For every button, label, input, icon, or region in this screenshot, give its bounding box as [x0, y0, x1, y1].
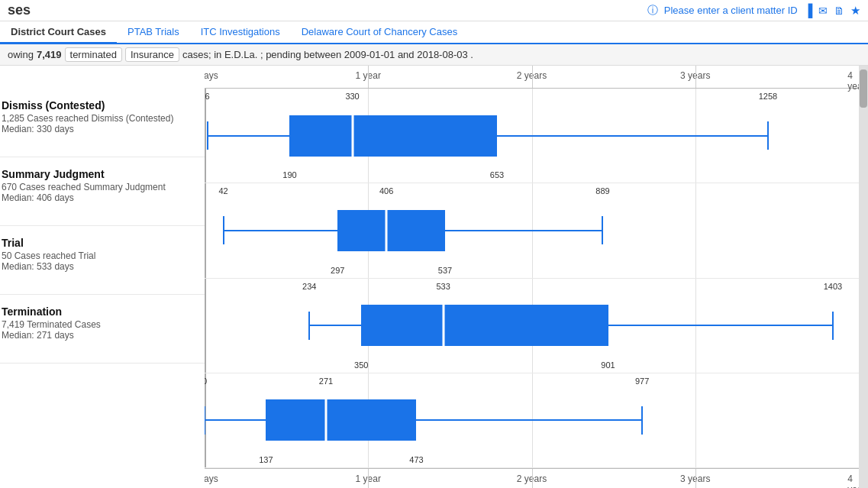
x-axis-top: 0 days1 year2 years3 years4 years	[205, 66, 859, 89]
bar-chart-icon[interactable]: ▐	[804, 4, 812, 18]
label-q3-summary: 537	[438, 266, 452, 275]
tab-delaware[interactable]: Delaware Court of Chancery Cases	[291, 21, 468, 43]
row-subtitle1-trial: 50 Cases reached Trial	[2, 250, 197, 261]
x-axis-label-bottom-4: 4 years	[847, 473, 859, 488]
label-median-dismiss: 330	[345, 92, 359, 101]
x-axis-bottom: 0 days1 year2 years3 years4 years	[205, 468, 859, 488]
row-title-termination: Termination	[2, 305, 197, 318]
box-dismiss	[289, 115, 497, 157]
filter-type-chip[interactable]: Insurance	[125, 47, 179, 62]
label-max-summary: 889	[595, 186, 609, 196]
label-max-dismiss: 1258	[759, 92, 777, 101]
label-min-summary: 42	[219, 186, 228, 196]
box-trial	[361, 305, 608, 346]
row-chart-dismiss: 63301258190653	[205, 89, 859, 183]
label-q1-dismiss: 190	[282, 170, 296, 179]
label-min-termination: 0	[205, 377, 207, 386]
label-max-trial: 1403	[824, 282, 842, 291]
doc-icon[interactable]: 🗎	[834, 5, 844, 17]
label-q3-trial: 901	[601, 360, 615, 370]
x-axis-label-top-0: 0 days	[205, 70, 218, 81]
row-subtitle1-summary: 670 Cases reached Summary Judgment	[2, 182, 197, 192]
row-subtitle2-trial: Median: 533 days	[2, 261, 197, 272]
labels-column: Dismiss (Contested) 1,285 Cases reached …	[0, 66, 205, 488]
row-title-dismiss: Dismiss (Contested)	[2, 99, 197, 111]
header-bar: ses ⓘ Please enter a client matter ID ▐ …	[0, 0, 868, 21]
label-max-termination: 977	[635, 377, 649, 386]
mail-icon[interactable]: ✉	[818, 5, 828, 17]
x-axis-label-bottom-0: 0 days	[205, 473, 218, 484]
scrollbar[interactable]	[859, 66, 868, 488]
client-matter-prompt[interactable]: Please enter a client matter ID	[664, 5, 798, 16]
filter-status-chip[interactable]: terminated	[65, 47, 122, 62]
header-actions: ⓘ Please enter a client matter ID ▐ ✉ 🗎 …	[647, 4, 860, 18]
label-median-summary: 406	[379, 186, 393, 196]
row-label-termination: Termination 7,419 Terminated Cases Media…	[0, 295, 205, 364]
star-icon[interactable]: ★	[850, 4, 860, 18]
filter-bar: owing 7,419 terminated Insurance cases; …	[0, 44, 868, 66]
row-chart-summary: 42406889297537	[205, 183, 859, 278]
label-q1-summary: 297	[331, 266, 344, 275]
page-title: ses	[8, 2, 31, 18]
median-termination	[324, 396, 327, 444]
label-q1-trial: 350	[354, 360, 368, 370]
median-summary	[386, 206, 388, 255]
median-dismiss	[351, 111, 353, 160]
box-summary	[337, 210, 445, 251]
row-label-summary: Summary Judgment 670 Cases reached Summa…	[0, 157, 205, 226]
row-subtitle1-dismiss: 1,285 Cases reached Dismiss (Contested)	[2, 113, 197, 124]
row-subtitle2-dismiss: Median: 330 days	[2, 124, 197, 134]
scrollbar-thumb[interactable]	[860, 69, 867, 108]
label-median-termination: 271	[319, 377, 333, 386]
chart-column: 0 days1 year2 years3 years4 years6330125…	[205, 66, 859, 488]
filter-count: 7,419	[37, 49, 62, 60]
median-trial	[442, 301, 444, 350]
label-min-trial: 234	[302, 282, 316, 291]
label-q3-dismiss: 653	[490, 170, 504, 179]
info-icon: ⓘ	[647, 4, 658, 18]
label-q1-termination: 137	[259, 455, 273, 464]
row-title-trial: Trial	[2, 237, 197, 249]
chart-main: Dismiss (Contested) 1,285 Cases reached …	[0, 66, 868, 488]
row-chart-trial: 2345331403350901	[205, 279, 859, 373]
filter-prefix: owing	[8, 49, 34, 60]
app-wrapper: ses ⓘ Please enter a client matter ID ▐ …	[0, 0, 868, 488]
row-subtitle2-termination: Median: 271 days	[2, 330, 197, 341]
row-subtitle2-summary: Median: 406 days	[2, 192, 197, 203]
tab-itc[interactable]: ITC Investigations	[190, 21, 291, 43]
tab-ptab[interactable]: PTAB Trials	[117, 21, 190, 43]
box-termination	[266, 399, 416, 441]
tab-district[interactable]: District Court Cases	[0, 21, 117, 44]
tabs-bar: District Court Cases PTAB Trials ITC Inv…	[0, 21, 868, 44]
row-title-summary: Summary Judgment	[2, 168, 197, 180]
row-label-dismiss: Dismiss (Contested) 1,285 Cases reached …	[0, 89, 205, 157]
filter-description: cases; in E.D.La. ; pending between 2009…	[182, 49, 473, 60]
row-label-trial: Trial 50 Cases reached Trial Median: 533…	[0, 226, 205, 295]
label-median-trial: 533	[436, 282, 450, 291]
label-q3-termination: 473	[409, 455, 423, 464]
label-min-dismiss: 6	[205, 92, 209, 101]
row-chart-termination: 0271977137473	[205, 373, 859, 468]
row-subtitle1-termination: 7,419 Terminated Cases	[2, 319, 197, 330]
